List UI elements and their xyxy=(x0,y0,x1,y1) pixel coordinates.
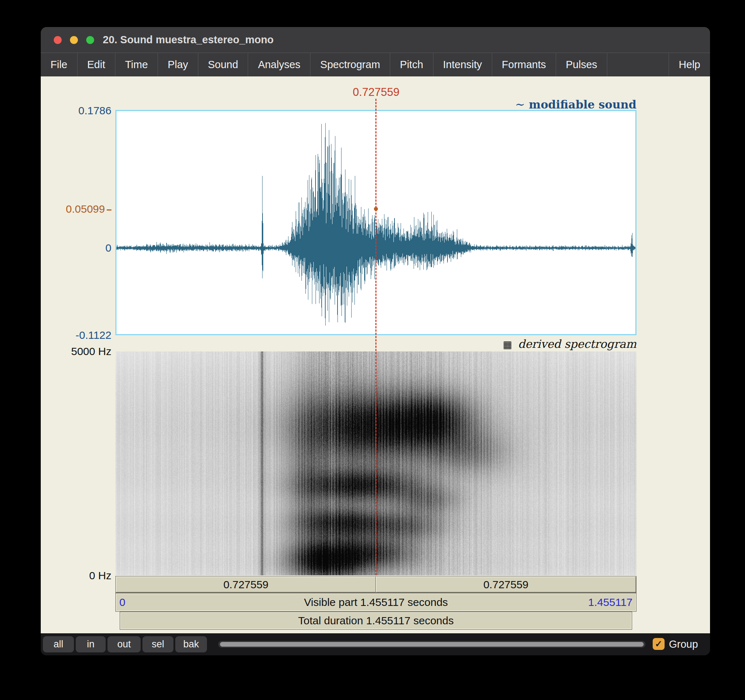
spectrogram-bottom-frequency-label: 0 Hz xyxy=(41,569,111,582)
visible-start-label: 0 xyxy=(120,593,126,611)
close-button[interactable] xyxy=(54,36,62,44)
modifiable-sound-label: ∼ modifiable sound xyxy=(515,97,636,111)
visible-part-bar[interactable]: 0 Visible part 1.455117 seconds 1.455117 xyxy=(115,593,636,612)
menubar-spacer xyxy=(607,53,669,76)
zoom-out-button[interactable]: out xyxy=(108,636,141,652)
menu-analyses[interactable]: Analyses xyxy=(248,53,310,76)
zoom-window-button[interactable] xyxy=(86,36,94,44)
waveform-zero-label: 0 xyxy=(41,242,111,254)
window-title: 20. Sound muestra_estereo_mono xyxy=(103,27,274,53)
cursor-time-label: 0.727559 xyxy=(353,86,399,99)
visible-end-label: 1.455117 xyxy=(588,593,633,611)
menu-help[interactable]: Help xyxy=(669,53,710,76)
menu-pulses[interactable]: Pulses xyxy=(556,53,607,76)
modifiable-sound-text: modifiable sound xyxy=(529,98,636,111)
cursor-line[interactable] xyxy=(375,99,377,575)
waveform-cursor-value-label: 0.05099 xyxy=(41,203,111,216)
waveform-max-label: 0.1786 xyxy=(41,104,111,117)
menu-sound[interactable]: Sound xyxy=(198,53,248,76)
checkered-square-icon: ▦ xyxy=(503,339,512,350)
derived-spectrogram-text: derived spectrogram xyxy=(518,337,636,350)
menu-play[interactable]: Play xyxy=(158,53,198,76)
spectrogram-top-frequency-label: 5000 Hz xyxy=(41,345,111,358)
total-duration-label: Total duration 1.455117 seconds xyxy=(298,615,454,627)
scrollbar-thumb[interactable] xyxy=(220,642,644,647)
editor-content: 0.727559 ∼ modifiable sound 0.1786 0.050… xyxy=(41,76,710,633)
group-checkbox[interactable]: ✓ xyxy=(653,638,664,650)
praat-sound-editor-window: 20. Sound muestra_estereo_mono File Edit… xyxy=(41,27,710,655)
titlebar: 20. Sound muestra_estereo_mono xyxy=(41,27,710,53)
menu-pitch[interactable]: Pitch xyxy=(390,53,433,76)
menu-intensity[interactable]: Intensity xyxy=(434,53,492,76)
zoom-back-button[interactable]: bak xyxy=(175,636,207,652)
zoom-in-button[interactable]: in xyxy=(76,636,106,652)
minimize-button[interactable] xyxy=(70,36,78,44)
menu-formants[interactable]: Formants xyxy=(492,53,556,76)
cursor-amplitude-tick xyxy=(107,209,111,210)
left-part-play-button[interactable]: 0.727559 xyxy=(116,576,376,593)
menu-spectrogram[interactable]: Spectrogram xyxy=(310,53,390,76)
horizontal-scrollbar[interactable] xyxy=(218,641,645,648)
sine-wave-icon: ∼ xyxy=(515,97,525,111)
group-label: Group xyxy=(669,633,698,655)
menu-edit[interactable]: Edit xyxy=(78,53,115,76)
zoom-selection-button[interactable]: sel xyxy=(142,636,174,652)
waveform-min-label: -0.1122 xyxy=(41,329,111,342)
cursor-amplitude-marker xyxy=(374,207,378,211)
visible-part-label: Visible part 1.455117 seconds xyxy=(304,596,448,608)
menubar: File Edit Time Play Sound Analyses Spect… xyxy=(41,53,710,76)
menu-time[interactable]: Time xyxy=(115,53,158,76)
bottom-toolbar: all in out sel bak ✓ Group xyxy=(41,633,710,655)
total-duration-bar[interactable]: Total duration 1.455117 seconds xyxy=(120,612,632,630)
desktop: { "window": { "title": "20. Sound muestr… xyxy=(0,0,745,700)
right-part-play-button[interactable]: 0.727559 xyxy=(376,576,636,593)
selection-row: 0.727559 0.727559 xyxy=(115,576,636,593)
derived-spectrogram-label: ▦ derived spectrogram xyxy=(503,337,636,351)
zoom-all-button[interactable]: all xyxy=(43,636,74,652)
menu-file[interactable]: File xyxy=(41,53,78,76)
